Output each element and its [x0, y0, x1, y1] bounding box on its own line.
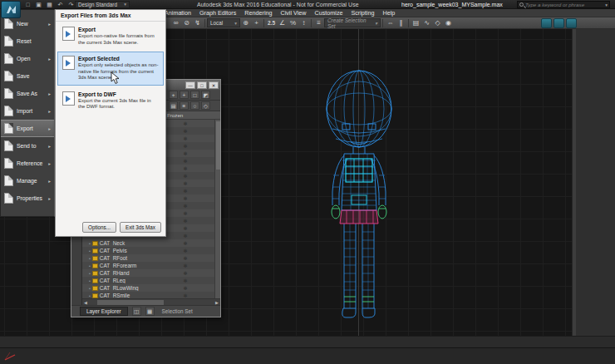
layer-manager-icon[interactable]: ▤: [411, 18, 421, 28]
filter-icon[interactable]: ○: [190, 101, 199, 110]
spinner-snap-icon[interactable]: ↕: [298, 18, 309, 28]
curve-editor-icon[interactable]: ∿: [421, 18, 432, 28]
frozen-icon[interactable]: ✻: [167, 128, 204, 134]
frozen-icon[interactable]: ✻: [167, 195, 204, 201]
menu-item-save-as[interactable]: Save As▸: [1, 85, 54, 102]
menu-item-properties[interactable]: Properties▸: [1, 189, 54, 207]
search-dropdown-icon[interactable]: ▾: [605, 2, 608, 7]
use-center-icon[interactable]: ⊕: [240, 18, 251, 28]
track-bar[interactable]: [0, 336, 615, 347]
menu-item-open[interactable]: Open▸: [1, 50, 54, 67]
frozen-icon[interactable]: ✻: [167, 285, 204, 291]
menu-civil-view[interactable]: Civil View: [276, 9, 310, 17]
list-item[interactable]: •CAT_Neck✻: [82, 239, 220, 247]
list-item[interactable]: •CAT_RFoot✻: [82, 254, 220, 262]
minimize-icon[interactable]: —: [185, 81, 195, 89]
exit-button[interactable]: Exit 3ds Max: [120, 222, 161, 233]
undo-icon[interactable]: ↶: [56, 1, 65, 8]
scrollbar-thumb[interactable]: [97, 300, 164, 305]
frozen-icon[interactable]: ✻: [167, 225, 204, 231]
pick-parent-icon[interactable]: ⌖: [169, 91, 178, 99]
frozen-icon[interactable]: ✻: [167, 278, 204, 283]
workspace-dropdown[interactable]: Design Standard ▾: [75, 1, 130, 8]
scrollbar-thumb[interactable]: [216, 121, 220, 170]
material-editor-icon[interactable]: ◉: [443, 18, 454, 28]
unlink-selection-icon[interactable]: ⊘: [181, 18, 192, 28]
frozen-icon[interactable]: ✻: [167, 248, 204, 253]
frozen-icon[interactable]: ✻: [167, 255, 204, 261]
submenu-item-export-to-dwf[interactable]: Export to DWF Export the current 3ds Max…: [57, 87, 164, 115]
save-file-icon[interactable]: ▦: [45, 1, 54, 8]
scroll-right-icon[interactable]: ▶: [214, 300, 220, 305]
frozen-icon[interactable]: ✻: [167, 188, 204, 194]
frozen-icon[interactable]: ✻: [167, 180, 204, 186]
frozen-icon[interactable]: ✻: [167, 210, 204, 216]
menu-scripting[interactable]: Scripting: [347, 9, 378, 17]
menu-rendering[interactable]: Rendering: [240, 9, 276, 17]
render-setup-icon[interactable]: [541, 18, 552, 28]
lock-cell-editing-icon[interactable]: ◩: [201, 91, 210, 99]
character-wireframe-model[interactable]: [308, 66, 411, 321]
frozen-icon[interactable]: ✻: [167, 293, 204, 298]
select-and-manipulate-icon[interactable]: +: [251, 18, 262, 28]
reference-coordinate-dropdown[interactable]: Local ▾: [207, 18, 240, 27]
explorer-mode-icon[interactable]: ◫: [132, 307, 141, 316]
maximize-icon[interactable]: □: [197, 81, 207, 89]
menu-item-export[interactable]: Export▸: [1, 120, 54, 137]
menu-item-save[interactable]: Save: [1, 67, 54, 85]
frozen-icon[interactable]: ✻: [167, 165, 204, 171]
submenu-item-export[interactable]: Export Export non-native file formats fr…: [57, 22, 164, 50]
list-item[interactable]: •CAT_RLeg✻: [82, 277, 220, 284]
frozen-icon[interactable]: ✻: [167, 203, 204, 209]
frozen-icon[interactable]: ✻: [167, 233, 204, 239]
frozen-icon[interactable]: ✻: [167, 121, 204, 126]
close-icon[interactable]: ✕: [209, 81, 219, 89]
select-children-icon[interactable]: □: [190, 91, 199, 99]
select-and-link-icon[interactable]: ∞: [170, 18, 181, 28]
search-input[interactable]: [525, 2, 603, 7]
frozen-icon[interactable]: ✻: [167, 158, 204, 164]
application-menu-button[interactable]: [1, 1, 21, 18]
menu-customize[interactable]: Customize: [311, 9, 347, 17]
vertical-scrollbar[interactable]: [214, 120, 220, 298]
column-chooser-icon[interactable]: ◇: [201, 101, 210, 110]
horizontal-scrollbar[interactable]: ◀ ▶: [82, 298, 220, 305]
snaps-toggle-button[interactable]: 2.5: [266, 18, 277, 28]
align-icon[interactable]: ∥: [396, 18, 406, 28]
menu-item-reset[interactable]: Reset: [1, 32, 54, 50]
scroll-left-icon[interactable]: ◀: [82, 300, 89, 305]
explorer-settings-icon[interactable]: ▦: [145, 307, 155, 316]
sort-mode-icon[interactable]: ≡: [180, 101, 189, 110]
options-button[interactable]: Options...: [82, 222, 116, 233]
list-item[interactable]: •CAT_RForearm✻: [82, 262, 220, 269]
percent-snap-icon[interactable]: %: [288, 18, 298, 28]
frozen-icon[interactable]: ✻: [167, 173, 204, 179]
edit-named-selection-sets-icon[interactable]: ≡: [313, 18, 324, 28]
open-file-icon[interactable]: ▣: [34, 1, 43, 8]
frozen-icon[interactable]: ✻: [167, 218, 204, 224]
frozen-icon[interactable]: ✻: [167, 143, 204, 149]
list-item[interactable]: •CAT_Pelvis✻: [82, 247, 220, 254]
schematic-view-icon[interactable]: ◇: [432, 18, 443, 28]
list-item[interactable]: •CAT_RLowWing✻: [82, 284, 220, 292]
command-panel[interactable]: [576, 29, 615, 336]
menu-help[interactable]: Help: [378, 9, 399, 17]
frozen-icon[interactable]: ✻: [167, 240, 204, 246]
frozen-icon[interactable]: ✻: [167, 150, 204, 156]
bind-to-space-warp-icon[interactable]: ↯: [192, 18, 203, 28]
layer-mode-icon[interactable]: ▤: [169, 101, 178, 110]
frozen-icon[interactable]: ✻: [167, 270, 204, 276]
mirror-icon[interactable]: ⇔: [385, 18, 396, 28]
add-layer-icon[interactable]: +: [180, 91, 189, 99]
rendered-frame-window-icon[interactable]: [554, 18, 564, 28]
menu-item-reference[interactable]: Reference▸: [1, 155, 54, 172]
frozen-column-header[interactable]: Frozen: [167, 112, 204, 118]
layer-explorer-tab[interactable]: Layer Explorer: [80, 307, 128, 316]
list-item[interactable]: •CAT_RHand✻: [82, 269, 220, 277]
list-item[interactable]: •CAT_RSmile✻: [82, 292, 220, 298]
frozen-icon[interactable]: ✻: [167, 135, 204, 141]
frozen-icon[interactable]: ✻: [167, 263, 204, 268]
menu-graph-editors[interactable]: Graph Editors: [195, 9, 240, 17]
angle-snap-icon[interactable]: ∠: [277, 18, 288, 28]
menu-item-import[interactable]: Import▸: [1, 102, 54, 120]
